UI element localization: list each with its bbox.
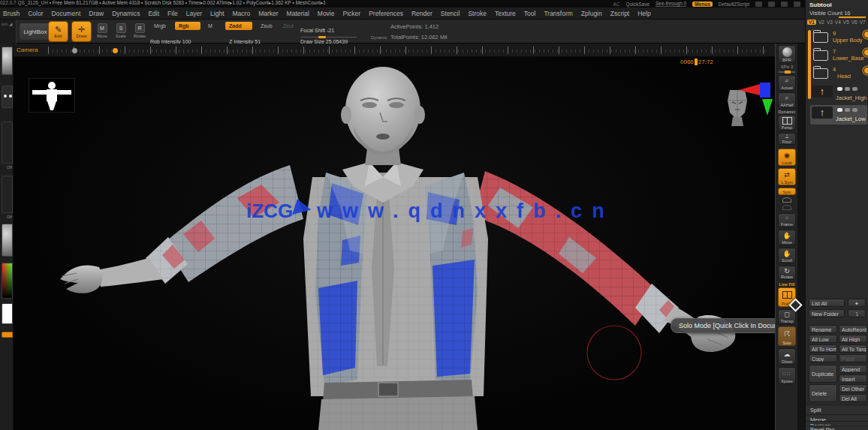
paint-toggle[interactable] — [845, 108, 850, 112]
texture-picker-icon[interactable] — [2, 176, 13, 213]
redo-icon[interactable] — [768, 2, 775, 7]
lightbox-button[interactable]: LightBox — [19, 23, 52, 41]
quicksave-button[interactable]: QuickSave — [626, 2, 649, 7]
rotate-button[interactable]: R Rotate — [133, 23, 146, 41]
document-canvas[interactable]: Camera 006627:72 — [14, 44, 775, 430]
list-all-button[interactable]: List All — [809, 299, 845, 307]
tab-v5[interactable]: V5 — [843, 20, 849, 25]
menu-texture[interactable]: Texture — [495, 10, 516, 17]
draw-button[interactable]: ✛ Draw — [71, 21, 92, 42]
ghost-button[interactable]: ☁ Ghost — [778, 348, 796, 365]
spix-track[interactable] — [779, 71, 795, 73]
spix-slider[interactable]: SPix 3 — [776, 65, 798, 69]
tab-v1[interactable]: V1 — [807, 20, 816, 25]
scale-button[interactable]: S Scale — [114, 23, 128, 41]
rename-button[interactable]: Rename — [809, 325, 837, 333]
axis-gizmo-icon[interactable] — [737, 80, 775, 117]
local-symmetry-button[interactable]: ⇄ L.Sym — [778, 168, 796, 185]
all-high-button[interactable]: All High — [839, 335, 867, 343]
stroke-picker-icon[interactable] — [2, 86, 13, 108]
menu-brush[interactable]: Brush — [3, 10, 20, 17]
subtool-folder-lower-base[interactable]: 7 Lower_Base — [813, 48, 867, 65]
visibility-toggle[interactable] — [837, 87, 842, 91]
ghost-glyph2-icon[interactable] — [782, 205, 791, 210]
gear-icon[interactable] — [864, 50, 868, 56]
menus-button[interactable]: Menus — [692, 2, 713, 7]
del-all-button[interactable]: Del All — [839, 394, 867, 402]
menu-preferences[interactable]: Preferences — [369, 10, 403, 17]
menu-render[interactable]: Render — [411, 10, 432, 17]
menu-stencil[interactable]: Stencil — [441, 10, 460, 17]
dynamic-draw-size-toggle[interactable]: Dynamic — [371, 35, 387, 40]
switch-color-swatch[interactable] — [2, 303, 13, 324]
tab-v7[interactable]: V7 — [860, 20, 866, 25]
all-low-button[interactable]: All Low — [809, 335, 837, 343]
menu-zscript[interactable]: Zscript — [610, 10, 630, 17]
merge-button[interactable]: Merge — [806, 414, 868, 421]
bevel-pro-button[interactable]: Bevel Pro — [806, 425, 868, 430]
menu-material[interactable]: Material — [287, 10, 309, 17]
edit-button[interactable]: ✎ Edit — [48, 21, 68, 42]
spix-nub[interactable] — [785, 71, 791, 74]
menu-light[interactable]: Light — [210, 10, 224, 17]
menu-marker[interactable]: Marker — [258, 10, 278, 17]
menu-macro[interactable]: Macro — [233, 10, 251, 17]
sculpt-toggle[interactable] — [852, 87, 857, 91]
menu-picker[interactable]: Picker — [343, 10, 361, 17]
zsub-button[interactable]: Zsub — [257, 22, 276, 30]
menu-color[interactable]: Color — [28, 10, 43, 17]
menu-layer[interactable]: Layer — [186, 10, 202, 17]
del-other-button[interactable]: Del Other — [839, 384, 867, 392]
move-canvas-button[interactable]: ✋ Move — [778, 230, 796, 245]
new-folder-button[interactable]: New Folder — [809, 309, 845, 317]
sync-button[interactable]: Sync — [778, 188, 796, 195]
menu-dynamics[interactable]: Dynamics — [112, 10, 140, 17]
rgb-button[interactable]: Rgb — [175, 22, 200, 30]
zcut-button[interactable]: Zcut — [279, 22, 297, 30]
subtool-item-jacket-low[interactable]: ↑ Jacket_Low — [810, 105, 867, 125]
subtool-item-jacket-high[interactable]: ↑ Jacket_High — [810, 84, 867, 104]
menu-stroke[interactable]: Stroke — [468, 10, 487, 17]
alpha-picker-icon[interactable] — [2, 122, 13, 164]
see-through-slider[interactable]: See-through 0 — [656, 1, 686, 7]
sculpt-model-viewport[interactable] — [14, 44, 775, 430]
split-button[interactable]: Split — [806, 404, 868, 414]
bpr-render-button[interactable]: BPR — [778, 45, 796, 63]
append-button[interactable]: Append — [839, 365, 867, 373]
default-zscript-button[interactable]: DefaultZScript — [719, 2, 749, 7]
folder-options-button[interactable]: ⤵ — [848, 309, 866, 317]
menu-file[interactable]: File — [167, 10, 178, 17]
color-picker[interactable] — [2, 263, 13, 299]
autoreorder-button[interactable]: AutoReorder — [839, 325, 867, 333]
delete-button[interactable]: Delete — [809, 384, 837, 402]
floor-grid-button[interactable]: ⊥ Floor — [778, 133, 796, 145]
scroll-canvas-button[interactable]: ✋ Scroll — [778, 248, 796, 263]
subtool-folder-head[interactable]: 4 Head — [813, 66, 867, 83]
zadd-button[interactable]: Zadd — [225, 22, 252, 30]
tab-v4[interactable]: V4 — [835, 20, 841, 25]
gear-icon[interactable] — [864, 68, 868, 74]
solo-mode-button[interactable]: ☈ Solo — [778, 326, 796, 346]
brush-preview-icon[interactable] — [2, 47, 13, 75]
rotate-canvas-button[interactable]: ↻ Rotate — [778, 266, 796, 280]
menu-help[interactable]: Help — [637, 10, 650, 17]
tab-v2[interactable]: V2 — [818, 20, 824, 25]
duplicate-button[interactable]: Duplicate — [809, 365, 837, 383]
scroll-to-selected-button[interactable]: ✦ — [848, 299, 866, 307]
ghost-glyph-icon[interactable] — [782, 197, 791, 203]
material-picker-icon[interactable] — [2, 224, 13, 257]
tab-v3[interactable]: V3 — [827, 20, 833, 25]
menu-edit[interactable]: Edit — [148, 10, 159, 17]
paste-button[interactable]: Paste — [839, 354, 867, 362]
xpose-button[interactable]: ∷∷ Xpose — [778, 367, 796, 384]
all-to-home-button[interactable]: All To Home — [809, 344, 837, 353]
actual-size-button[interactable]: ⌕ Actual — [778, 75, 796, 91]
local-transform-button[interactable]: ◉ Local — [778, 149, 796, 166]
visible-count-nub[interactable] — [839, 17, 866, 18]
frame-button[interactable]: ⁘ Frame — [778, 213, 796, 227]
subtool-folder-upper-body[interactable]: 9 Upper Body — [813, 30, 867, 47]
move-button[interactable]: M Move — [95, 23, 109, 41]
transparency-button[interactable]: ◻ Transp — [778, 309, 796, 324]
menu-movie[interactable]: Movie — [318, 10, 335, 17]
mrgb-button[interactable]: Mrgb — [150, 22, 170, 30]
